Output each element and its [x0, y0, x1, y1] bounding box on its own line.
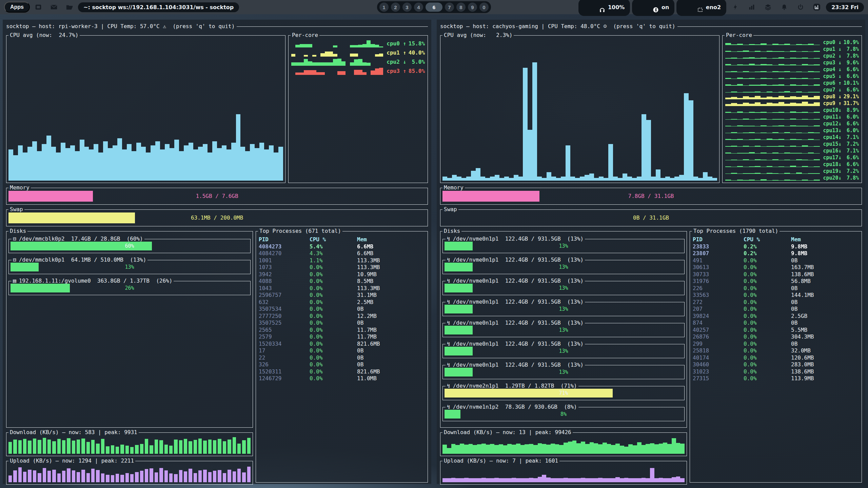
chart-bar	[28, 441, 31, 454]
core-row-cpu12: cpu12↓ 6.6%	[725, 120, 859, 127]
chart-bar	[145, 469, 148, 482]
process-row: 273150.0%113.9MB0.36%	[693, 375, 859, 382]
bolt-icon: ↯	[447, 257, 450, 263]
chart-bar	[480, 177, 485, 181]
folder-icon[interactable]	[65, 3, 74, 12]
process-row: 220.0%0B0.00%	[259, 354, 425, 362]
chart-bar	[135, 445, 138, 454]
chart-bar	[160, 149, 165, 181]
socktop-header: socktop — host: cachyos-gaming | CPU Tem…	[440, 22, 862, 30]
chart-bar	[447, 178, 452, 181]
chart-bar	[490, 177, 495, 181]
clock[interactable]: 23:32 Fri	[826, 2, 864, 12]
workspace-7[interactable]: 7	[445, 3, 454, 12]
bolt-icon: ↯	[447, 341, 450, 347]
chart-bar	[184, 439, 187, 454]
disk-row: ↯/dev/nvme1n1p2 78.3GB / 930.6GB (8%)8%	[442, 407, 685, 421]
chart-bar	[86, 442, 90, 454]
col-cpu: CPU %	[310, 236, 357, 243]
workspace-9[interactable]: 9	[468, 3, 477, 12]
window-icon[interactable]	[34, 3, 43, 12]
chart-bar	[91, 469, 95, 482]
terminal-right[interactable]: socktop — host: cachyos-gaming | CPU Tem…	[437, 20, 865, 484]
disk-row: ↯/dev/nvme0n1p1 122.4GB / 931.5GB (13%)1…	[442, 365, 685, 379]
workspace-0[interactable]: 0	[479, 3, 489, 12]
core-sparkline	[725, 114, 820, 120]
chart-bar	[551, 177, 556, 181]
process-row: 15203110.0%821.6MB10.52%	[259, 368, 425, 375]
workspace-6[interactable]: 6	[426, 3, 442, 12]
chart-bar	[233, 437, 236, 454]
chart-bar	[603, 443, 607, 454]
chart-bar	[237, 444, 241, 454]
chart-bar	[486, 478, 490, 483]
mail-icon[interactable]	[50, 3, 58, 12]
chart-bar	[594, 478, 598, 483]
chart-bar	[624, 447, 629, 454]
power-profile-icon[interactable]	[731, 3, 740, 12]
chart-bar	[125, 446, 129, 454]
chart-bar	[581, 442, 585, 454]
activity-icon[interactable]	[812, 3, 821, 12]
process-row: 4910.0%0B0.00%	[693, 257, 859, 264]
core-row-cpu11: cpu11↓ 6.0%	[725, 114, 859, 120]
chart-bar	[589, 174, 594, 181]
chart-bar	[551, 444, 555, 454]
chart-bar	[494, 445, 499, 454]
core-row-cpu19: cpu19↓ 7.2%	[725, 168, 859, 175]
chart-bar	[159, 468, 163, 483]
chart-bar	[503, 445, 508, 454]
core-label: cpu20↓ 7.8%	[823, 175, 859, 181]
core-sparkline	[725, 94, 820, 99]
memory-box: Memory 1.5GB / 7.6GB	[6, 188, 428, 205]
bluetooth-pill[interactable]: on	[632, 0, 674, 16]
chart-bar	[670, 178, 675, 181]
terminal-left[interactable]: socktop — host: rpi-worker-3 | CPU Temp:…	[3, 20, 431, 484]
chart-bar	[116, 447, 119, 454]
swap-label: 0B / 31.1GB	[440, 215, 862, 221]
chart-bar	[613, 177, 618, 181]
chart-bar	[43, 438, 46, 454]
chart-bar	[8, 475, 12, 482]
workspaces: 123467890	[377, 1, 491, 13]
process-row: 3260.0%0B0.00%	[259, 361, 425, 368]
volume-pill[interactable]: 100%	[578, 0, 630, 16]
chart-bar	[603, 478, 607, 483]
bolt-icon: ↯	[447, 404, 450, 410]
chart-bar	[654, 478, 659, 483]
disk-row: ⊟/dev/mmcblk0p1 64.1MB / 510.0MB (13%)13…	[8, 260, 251, 274]
chart-bar	[203, 470, 206, 483]
audio-levels-icon[interactable]	[747, 3, 756, 12]
workspace-8[interactable]: 8	[456, 3, 466, 12]
process-row: 15203340.0%821.6MB10.52%	[259, 341, 425, 348]
layers-icon[interactable]	[764, 3, 772, 12]
chart-bar	[599, 177, 604, 181]
chart-bar	[594, 178, 599, 181]
chart-bar	[81, 470, 85, 483]
notifications-icon[interactable]	[780, 3, 789, 12]
chart-bar	[164, 470, 168, 482]
workspace-3[interactable]: 3	[402, 3, 412, 12]
workspace-1[interactable]: 1	[379, 3, 389, 12]
chart-bar	[499, 478, 503, 483]
apps-button[interactable]: Apps	[4, 2, 30, 13]
per-core-rows: cpu0↓10.9%cpu1↓ 7.8%cpu2↓ 7.8%cpu3↓ 9.6%…	[725, 39, 859, 181]
workspace-2[interactable]: 2	[391, 3, 400, 12]
window-title[interactable]: ~: socktop ws://192.168.1.104:3031/ws - …	[78, 2, 239, 12]
core-row-cpu1: cpu1↑40.0%	[291, 48, 425, 57]
network-pill[interactable]: eno2	[676, 0, 726, 16]
chart-bar	[464, 445, 469, 454]
disk-usage-pct: 13%	[9, 264, 250, 270]
chart-bar	[61, 143, 65, 181]
top-processes-title: Top Processes (1790 total)	[692, 228, 780, 235]
chart-bar	[218, 470, 221, 482]
chart-bar	[245, 151, 250, 181]
power-icon[interactable]	[796, 3, 805, 12]
volume-value: 100%	[608, 4, 625, 11]
workspace-4[interactable]: 4	[414, 3, 423, 12]
chart-bar	[101, 473, 104, 482]
chart-bar	[174, 140, 179, 181]
chart-bar	[189, 143, 193, 181]
chart-bar	[672, 477, 676, 482]
chart-bar	[86, 473, 90, 483]
